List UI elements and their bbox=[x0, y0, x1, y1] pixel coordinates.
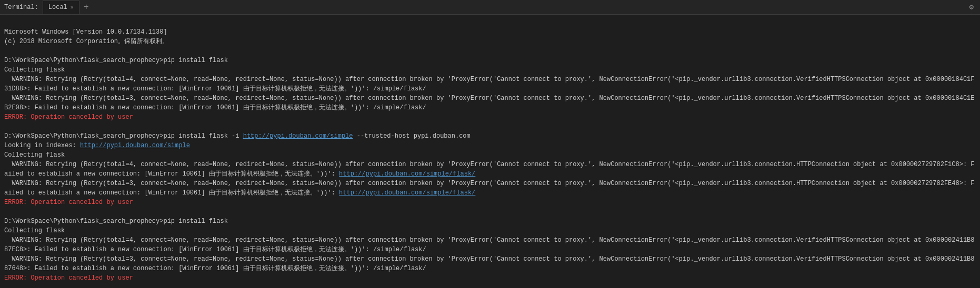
terminal-line: (c) 2018 Microsoft Corporation。保留所有权利。 bbox=[4, 37, 976, 46]
index-link[interactable]: http://pypi.douban.com/simple bbox=[80, 142, 190, 149]
terminal-line: WARNING: Retrying (Retry(total=3, connec… bbox=[4, 254, 976, 273]
terminal-line: Looking in indexes: http://pypi.douban.c… bbox=[4, 141, 976, 150]
tab-new-button[interactable]: + bbox=[81, 2, 92, 13]
terminal-line: D:\WorkSpace\Python\flask_search_prophec… bbox=[4, 56, 976, 65]
tab-local-label: Local bbox=[48, 4, 67, 11]
terminal-line: WARNING: Retrying (Retry(total=4, connec… bbox=[4, 75, 976, 94]
gear-icon: ⚙ bbox=[969, 3, 974, 12]
terminal-label: Terminal: bbox=[4, 4, 38, 11]
terminal-line: Collecting flask bbox=[4, 226, 976, 235]
cmd-link[interactable]: http://pypi.douban.com/simple bbox=[243, 132, 353, 140]
terminal-line: WARNING: Retrying (Retry(total=3, connec… bbox=[4, 179, 976, 198]
title-bar: Terminal: Local ✕ + ⚙ bbox=[0, 0, 980, 15]
terminal-line bbox=[4, 207, 976, 217]
terminal-line bbox=[4, 122, 976, 131]
tab-local[interactable]: Local ✕ bbox=[43, 1, 79, 14]
terminal-line: ERROR: Operation cancelled by user bbox=[4, 198, 976, 207]
terminal-line: D:\WorkSpace\Python\flask_search_prophec… bbox=[4, 217, 976, 226]
terminal-line: ERROR: Operation cancelled by user bbox=[4, 112, 976, 122]
terminal-line: WARNING: Retrying (Retry(total=3, connec… bbox=[4, 94, 976, 112]
terminal-line bbox=[4, 46, 976, 56]
warning-link[interactable]: http://pypi.douban.com/simple/flask/ bbox=[339, 189, 475, 197]
terminal-line: Collecting flask bbox=[4, 65, 976, 75]
warning-link[interactable]: http://pypi.douban.com/simple/flask/ bbox=[339, 170, 475, 178]
settings-gear-button[interactable]: ⚙ bbox=[967, 1, 976, 14]
tab-close-icon[interactable]: ✕ bbox=[71, 4, 74, 11]
terminal-line: D:\WorkSpace\Python\flask_search_prophec… bbox=[4, 131, 976, 141]
terminal-body: Microsoft Windows [Version 10.0.17134.11… bbox=[0, 15, 980, 288]
terminal-line: Collecting flask bbox=[4, 150, 976, 160]
terminal-line: ERROR: Operation cancelled by user bbox=[4, 273, 976, 283]
plus-icon: + bbox=[84, 3, 89, 12]
terminal-line: WARNING: Retrying (Retry(total=4, connec… bbox=[4, 235, 976, 254]
terminal-line: WARNING: Retrying (Retry(total=4, connec… bbox=[4, 160, 976, 179]
terminal-line: Microsoft Windows [Version 10.0.17134.11… bbox=[4, 27, 976, 37]
